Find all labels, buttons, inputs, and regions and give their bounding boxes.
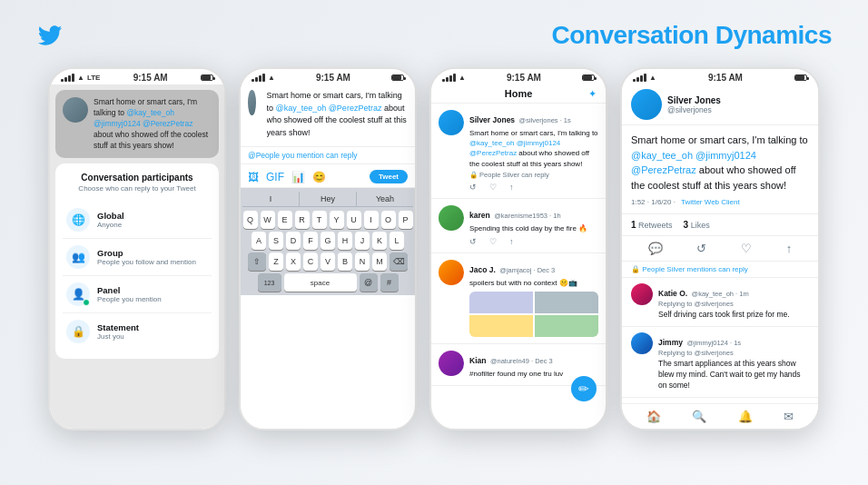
sparkle-icon[interactable]: ✦ xyxy=(588,88,597,100)
key-x[interactable]: X xyxy=(286,252,301,271)
compose-text[interactable]: Smart home or smart cars, I'm talking to… xyxy=(267,90,408,139)
battery-3 xyxy=(582,74,595,81)
key-s[interactable]: S xyxy=(269,232,283,250)
key-space[interactable]: space xyxy=(284,273,357,292)
p4-mention-2[interactable]: @jimmyj0124 xyxy=(695,150,756,161)
tweet-button[interactable]: Tweet xyxy=(370,170,408,183)
key-d[interactable]: D xyxy=(286,232,301,250)
feed-avatar-2 xyxy=(439,205,464,231)
p4-retweet-icon[interactable]: ↺ xyxy=(696,242,706,255)
p4-share-icon[interactable]: ↑ xyxy=(786,242,793,255)
key-delete[interactable]: ⌫ xyxy=(390,252,408,271)
key-l[interactable]: L xyxy=(390,232,404,250)
key-hash[interactable]: # xyxy=(380,273,399,292)
key-b[interactable]: B xyxy=(338,252,352,271)
time-3: 9:15 AM xyxy=(507,73,541,83)
p4-reply-meta-2: @jimmyj0124 · 1s xyxy=(686,339,741,347)
p4-nav-notif[interactable]: 🔔 xyxy=(738,410,753,423)
retweet-icon-1[interactable]: ↺ xyxy=(469,183,477,192)
key-o[interactable]: O xyxy=(381,211,396,229)
like-icon-1[interactable]: ♡ xyxy=(489,183,497,192)
global-icon: 🌐 xyxy=(66,208,90,232)
key-y[interactable]: Y xyxy=(330,211,344,229)
emoji-icon[interactable]: 😊 xyxy=(312,171,326,183)
p4-nav-dm[interactable]: ✉ xyxy=(784,410,794,423)
p4-retweets[interactable]: 1 Retweets xyxy=(631,220,673,230)
feed-text-2: Spending this cold day by the fire 🔥 xyxy=(469,223,598,233)
participant-statement[interactable]: 🔒 Statement Just you xyxy=(63,313,212,350)
mention-1: @kay_tee_oh xyxy=(126,108,174,117)
keyboard[interactable]: I Hey Yeah Q W E R T Y U I O P A xyxy=(241,188,415,295)
key-t[interactable]: T xyxy=(312,211,327,229)
key-p[interactable]: P xyxy=(399,211,413,229)
key-v[interactable]: V xyxy=(321,252,335,271)
p4-reply-1[interactable]: Katie O. @kay_tee_oh · 1m Replying to @s… xyxy=(622,278,818,327)
key-123[interactable]: 123 xyxy=(258,273,281,292)
participant-group[interactable]: 👥 Group People you follow and mention xyxy=(63,239,212,276)
gif-icon[interactable]: GIF xyxy=(266,171,284,183)
key-c[interactable]: C xyxy=(303,252,318,271)
key-n[interactable]: N xyxy=(355,252,370,271)
suggestion-3[interactable]: Yeah xyxy=(357,192,413,206)
feed-actions-2: ↺ ♡ ↑ xyxy=(469,237,598,246)
key-shift[interactable]: ⇧ xyxy=(248,252,266,271)
key-g[interactable]: G xyxy=(321,232,335,250)
p4-mention-3[interactable]: @PerezPetraz xyxy=(631,164,696,175)
compose-fab-3[interactable]: ✏ xyxy=(571,376,597,401)
phone-2: ▲ 9:15 AM Smart home or smart cars, I'm … xyxy=(239,67,417,431)
key-e[interactable]: E xyxy=(278,211,292,229)
suggestion-2[interactable]: Hey xyxy=(300,192,357,206)
panel-desc: People you mention xyxy=(97,295,162,303)
key-at[interactable]: @ xyxy=(360,273,378,292)
key-h[interactable]: H xyxy=(338,232,352,250)
image-icon[interactable]: 🖼 xyxy=(248,171,259,183)
battery-fill-2 xyxy=(392,75,401,80)
like-icon-2[interactable]: ♡ xyxy=(489,237,497,246)
key-k[interactable]: K xyxy=(372,232,387,250)
p4-reply-name-2: Jimmy xyxy=(658,338,683,347)
p4-mention-note-text: People Silver mentions can reply xyxy=(642,265,748,273)
signal-area-1: ▲ LTE xyxy=(61,74,100,82)
feed-img-cell-3 xyxy=(469,315,533,337)
p4-reply-avatar-1 xyxy=(631,283,653,305)
feed-actions-1: ↺ ♡ ↑ xyxy=(469,183,598,192)
battery-1 xyxy=(201,74,213,81)
keyboard-bottom-row: 123 space @ # xyxy=(242,273,413,292)
p4-reply-icon[interactable]: 💬 xyxy=(648,242,663,255)
share-icon-1[interactable]: ↑ xyxy=(509,183,514,192)
battery-fill-4 xyxy=(795,75,804,80)
page-background: Conversation Dynamics ▲ LTE 9:15 AM xyxy=(0,0,868,485)
key-w[interactable]: W xyxy=(261,211,275,229)
key-q[interactable]: Q xyxy=(243,211,258,229)
feed-text-3: spoilers but with no context 🤫📺 xyxy=(469,278,598,288)
p4-mention-1[interactable]: @kay_tee_oh xyxy=(631,150,693,161)
suggestion-1[interactable]: I xyxy=(242,192,300,206)
participant-global[interactable]: 🌐 Global Anyone xyxy=(63,202,212,239)
p4-source[interactable]: Twitter Web Client xyxy=(681,198,740,206)
key-f[interactable]: F xyxy=(303,232,318,250)
keyboard-suggestions: I Hey Yeah xyxy=(242,192,413,207)
key-m[interactable]: M xyxy=(372,252,387,271)
p4-like-icon[interactable]: ♡ xyxy=(741,242,752,255)
key-r[interactable]: R xyxy=(295,211,310,229)
signal-area-3: ▲ xyxy=(442,74,466,82)
key-z[interactable]: Z xyxy=(269,252,283,271)
key-a[interactable]: A xyxy=(252,232,266,250)
retweet-icon-2[interactable]: ↺ xyxy=(469,237,477,246)
p4-nav-home[interactable]: 🏠 xyxy=(646,410,661,423)
participant-panel[interactable]: 👤 Panel People you mention xyxy=(63,276,212,313)
chart-icon[interactable]: 📊 xyxy=(291,171,305,183)
group-desc: People you follow and mention xyxy=(97,258,196,266)
p4-nav-search[interactable]: 🔍 xyxy=(692,410,706,423)
mention-3: @PerezPetraz xyxy=(143,119,192,128)
key-j[interactable]: J xyxy=(355,232,370,250)
feed-tweet-3[interactable]: Jaco J. @jamjacoj · Dec 3 spoilers but w… xyxy=(431,253,606,344)
p4-reply-2[interactable]: Jimmy @jimmyj0124 · 1s Replying to @silv… xyxy=(622,327,818,398)
key-u[interactable]: U xyxy=(347,211,361,229)
participants-title: Conversation participants xyxy=(63,173,212,183)
feed-tweet-1[interactable]: Silver Jones @silverjones · 1s Smart hom… xyxy=(431,104,606,199)
p4-likes[interactable]: 3 Likes xyxy=(684,220,710,230)
share-icon-2[interactable]: ↑ xyxy=(509,237,514,246)
feed-tweet-2[interactable]: karen @karenisme1953 · 1h Spending this … xyxy=(431,199,606,253)
key-i[interactable]: I xyxy=(364,211,379,229)
